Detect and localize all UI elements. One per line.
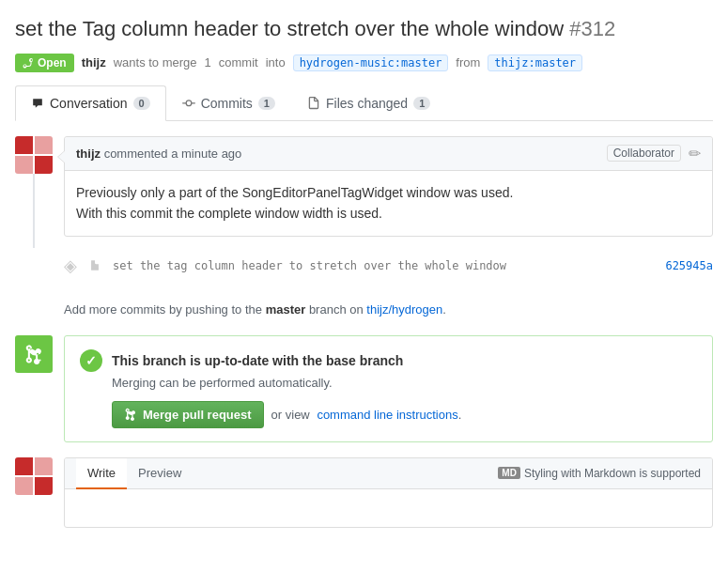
tab-commits-label: Commits [201,96,253,111]
write-preview-box: Write Preview MD Styling with Markdown i… [64,457,713,528]
markdown-note: MD Styling with Markdown is supported [498,467,701,480]
comment-body: Previously only a part of the SongEditor… [65,171,712,236]
pr-author: thijz [82,55,106,70]
pr-commit-count: 1 [205,55,211,70]
cmd-link-suffix: . [458,408,462,422]
comment-header-right: Collaborator ✏ [607,145,701,162]
pr-title-text: set the Tag column header to stretch ove… [15,17,564,40]
push-note-prefix: Add more commits by pushing to the [64,302,262,317]
write-preview-tabs: Write Preview MD Styling with Markdown i… [65,458,712,489]
avatar [15,136,53,174]
document-icon [88,259,101,272]
commit-sha[interactable]: 625945a [665,259,713,272]
files-changed-icon [307,97,320,110]
write-tab-label: Write [87,466,116,480]
edit-icon[interactable]: ✏ [689,145,701,162]
commit-message: set the tag column header to stretch ove… [113,259,654,272]
merge-pull-request-button[interactable]: Merge pull request [112,401,264,428]
comment-line2: With this commit the complete window wid… [76,203,701,224]
write-preview-block: Write Preview MD Styling with Markdown i… [15,457,713,528]
pr-commit-word: commit [219,55,258,70]
write-preview-avatar [15,457,53,495]
markdown-support-text: Styling with Markdown is supported [524,467,701,480]
status-badge: Open [15,54,74,72]
comment-container: thijz commented a minute ago Collaborato… [64,136,713,237]
pr-from-text: from [456,55,480,70]
tab-preview[interactable]: Preview [127,458,193,489]
comment-header: thijz commented a minute ago Collaborato… [65,137,712,171]
collaborator-badge: Collaborator [607,145,681,162]
commit-row: ◈ set the tag column header to stretch o… [64,248,713,284]
tab-write[interactable]: Write [76,458,127,489]
tab-commits-count: 1 [258,97,275,110]
tab-files-changed-label: Files changed [326,96,408,111]
pr-title: set the Tag column header to stretch ove… [15,15,713,44]
comment-block: thijz commented a minute ago Collaborato… [15,136,713,237]
pr-action-text: wants to merge [114,55,197,70]
comment-header-left: thijz commented a minute ago [76,147,241,161]
pr-number: #312 [569,17,615,40]
pr-into-text: into [266,55,286,70]
commit-icon [182,97,195,110]
write-preview-tabs-left: Write Preview [76,458,193,488]
merge-status-title: This branch is up-to-date with the base … [112,353,403,368]
tab-files-changed[interactable]: Files changed 1 [291,85,446,121]
comment-line1: Previously only a part of the SongEditor… [76,182,701,203]
preview-tab-label: Preview [138,466,181,480]
command-line-link[interactable]: command line instructions [317,408,457,422]
merge-or-text: or view [271,408,310,422]
merge-icon [23,344,44,364]
comment-time: a minute ago [171,147,241,161]
pr-target-branch: hydrogen-music:master [293,54,449,71]
tab-files-changed-count: 1 [413,97,430,110]
merge-icon-wrapper [15,335,53,373]
merge-status-box: ✓ This branch is up-to-date with the bas… [64,335,713,442]
timeline: thijz commented a minute ago Collaborato… [15,136,713,528]
push-note-middle: branch on [309,302,364,317]
merge-block: ✓ This branch is up-to-date with the bas… [15,335,713,442]
pr-source-branch: thijz:master [488,54,582,71]
write-area[interactable] [65,489,712,527]
merge-status-header: ✓ This branch is up-to-date with the bas… [80,349,697,372]
tabs-bar: Conversation 0 Commits 1 Files changed 1 [15,85,713,121]
merge-btn-icon [124,408,137,421]
push-note: Add more commits by pushing to the maste… [64,295,713,324]
tab-commits[interactable]: Commits 1 [166,85,291,121]
comment-action: commented [104,147,168,161]
push-note-repo-link[interactable]: thijz/hydrogen [366,302,442,317]
git-pull-request-icon [23,56,34,70]
push-note-branch: master [266,302,306,317]
tab-conversation-label: Conversation [50,96,128,111]
pr-meta: Open thijz wants to merge 1 commit into … [15,54,713,72]
merge-status-subtitle: Merging can be performed automatically. [112,376,697,390]
markdown-icon: MD [498,467,520,479]
merge-button-label: Merge pull request [143,408,252,422]
commenter-username[interactable]: thijz [76,147,101,161]
tab-conversation[interactable]: Conversation 0 [15,85,166,121]
speech-icon [31,97,44,110]
check-circle-icon: ✓ [80,349,102,372]
tab-conversation-count: 0 [133,97,150,110]
push-note-suffix: . [442,302,446,317]
commit-hash-icon: ◈ [64,255,77,276]
